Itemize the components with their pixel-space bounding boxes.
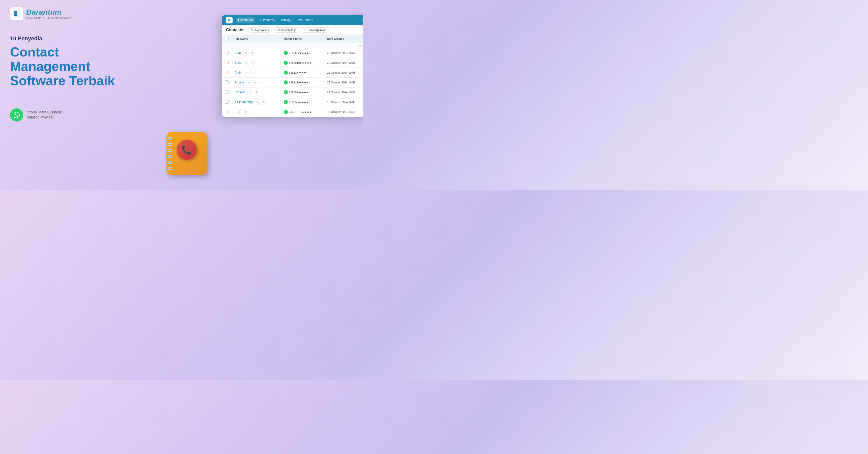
row-3-name-cell: Andri ✎ 👁	[231, 68, 281, 78]
edit-icon-1[interactable]: ✎	[243, 50, 248, 56]
row-7-name-cell: ✎ 👁	[231, 107, 281, 117]
edit-icon-4[interactable]: ✎	[246, 80, 251, 85]
nav-customers[interactable]: Customers ▾	[256, 18, 277, 23]
phone-4: 628111●●●●●●	[289, 81, 309, 84]
everyone-filter[interactable]: 🔍 Everyone ▾	[248, 27, 272, 33]
search-tags-button[interactable]: 🏷 Search Tags	[274, 28, 299, 33]
filter-checkbox-col	[222, 43, 231, 48]
row-6-phone-cell: ✓ 628950●●●●●●	[281, 97, 324, 107]
table-row: Amalia ✎ 👁 ✓ 628111●●●●●● 2	[222, 78, 363, 88]
edit-icon-6[interactable]: ✎	[254, 99, 260, 105]
row-5-date: 22 October 2024 10:58	[324, 88, 363, 97]
row-5-phone-cell: ✓ 628569●●●●●●	[281, 88, 324, 97]
right-section: 📞 B Dashboard Customers ▾ Activity ▾ Pre…	[131, 0, 363, 190]
crm-window: B Dashboard Customers ▾ Activity ▾ Pre-S…	[222, 15, 363, 117]
presales-chevron: ▾	[312, 19, 313, 22]
view-icon-1[interactable]: 👁	[249, 50, 255, 56]
table-row: Andri ✎ 👁 ✓ 62811●●●●●● 22	[222, 68, 363, 78]
row-checkbox-3	[222, 68, 231, 78]
row-checkbox-4	[222, 78, 231, 88]
row-checkbox-6	[222, 97, 231, 107]
view-icon-5[interactable]: 👁	[254, 90, 259, 95]
row-2-checkbox[interactable]	[225, 61, 228, 64]
contact-name-andri[interactable]: Andri	[235, 71, 242, 74]
view-icon-7[interactable]: 👁	[243, 109, 249, 115]
ring-4	[168, 155, 172, 158]
contact-name-seno[interactable]: Seno	[235, 61, 242, 65]
contact-name-arya[interactable]: Arya	[235, 51, 241, 55]
row-6-checkbox[interactable]	[225, 100, 228, 104]
select-all-checkbox[interactable]	[225, 37, 228, 40]
show-approval-label: Show Approval	[308, 29, 326, 32]
filter-chevron: ▾	[268, 29, 269, 31]
edit-icon-3[interactable]: ✎	[244, 70, 249, 75]
table-row: Seno ✎ 👁 ✓ 62858101●●●●●● 2	[222, 58, 363, 68]
row-checkbox-2	[222, 58, 231, 68]
view-icon-2[interactable]: 👁	[250, 60, 256, 66]
phone-7: 21321312●●●●●●	[289, 110, 312, 114]
table-row: ✎ 👁 ✓ 21321312●●●●●● 17 October 2024 08:…	[222, 107, 363, 117]
row-4-name-cell: Amalia ✎ 👁	[231, 78, 281, 88]
contact-name-amalia[interactable]: Amalia	[235, 81, 244, 84]
view-icon-6[interactable]: 👁	[261, 99, 267, 105]
row-6-date: 18 October 2024 16:33	[324, 97, 363, 107]
action-icons-4: ✎ 👁	[246, 80, 258, 85]
ring-6	[168, 167, 172, 170]
action-icons-3: ✎ 👁	[244, 70, 256, 75]
row-2-date: 22 October 2024 10:58	[324, 58, 363, 68]
phonebook-body: 📞	[166, 132, 207, 175]
logo-icon	[10, 7, 23, 20]
row-1-checkbox[interactable]	[225, 51, 228, 55]
action-icons-2: ✎ 👁	[244, 60, 256, 66]
view-icon-3[interactable]: 👁	[250, 70, 256, 75]
edit-icon-7[interactable]: ✎	[237, 109, 242, 115]
wa-icon-7: ✓	[284, 110, 288, 114]
nav-activity[interactable]: Activity ▾	[279, 18, 294, 23]
row-5-checkbox[interactable]	[225, 90, 228, 94]
brand-sub: CRM, Chats, & Call Center Software	[26, 17, 71, 20]
edit-icon-2[interactable]: ✎	[244, 60, 249, 66]
th-date-created[interactable]: Date Created ↑	[324, 35, 363, 43]
whatsapp-icon	[10, 108, 23, 122]
tagline-line1: Contact Management	[10, 44, 90, 74]
wa-icon-3: ✓	[284, 71, 288, 75]
tagline-big: Contact Management Software Terbaik	[10, 45, 141, 88]
table-header-row: Full Name Mobile Phone Date Created ↑	[222, 35, 363, 43]
row-1-date: 22 October 2024 10:58	[324, 48, 363, 58]
contact-name-situmorang[interactable]: a Situmorang	[235, 100, 252, 104]
crm-toolbar: Contacts 🔍 Everyone ▾ 🏷 Search Tags ✓ Sh…	[222, 25, 363, 35]
action-icons-1: ✎ 👁	[243, 50, 255, 56]
action-icons-7: ✎ 👁	[237, 109, 249, 115]
row-4-checkbox[interactable]	[225, 80, 228, 84]
logo-text: Barantum CRM, Chats, & Call Center Softw…	[26, 8, 71, 20]
th-checkbox	[222, 35, 231, 43]
ring-3	[168, 149, 172, 152]
nav-dashboard[interactable]: Dashboard	[236, 18, 255, 23]
nav-logo: B	[226, 17, 232, 24]
row-6-name-cell: a Situmorang ✎ 👁	[231, 97, 281, 107]
phone-3: 62811●●●●●●	[289, 71, 307, 74]
brand-name: Barantum	[26, 8, 71, 17]
logo-area: Barantum CRM, Chats, & Call Center Softw…	[10, 7, 141, 20]
wa-icon-5: ✓	[284, 90, 288, 94]
ring-1	[168, 137, 172, 140]
row-1-name-cell: Arya ✎ 👁	[231, 48, 281, 58]
filter-funnel-icon: ⊟	[359, 44, 361, 47]
left-section: Barantum CRM, Chats, & Call Center Softw…	[0, 0, 151, 190]
view-icon-4[interactable]: 👁	[252, 80, 258, 85]
table-row: a Situmorang ✎ 👁 ✓ 628950●●●●●●	[222, 97, 363, 107]
ring-2	[168, 143, 172, 146]
edit-icon-5[interactable]: ✎	[247, 90, 253, 95]
phone-5: 628569●●●●●●	[289, 91, 309, 94]
nav-presales[interactable]: Pre-Sales ▾	[296, 18, 315, 23]
row-3-checkbox[interactable]	[225, 71, 228, 74]
activity-chevron: ▾	[291, 19, 292, 22]
contact-name-rahmat[interactable]: Rahmat	[235, 91, 245, 94]
hamburger-menu[interactable]: ≡	[362, 18, 363, 23]
row-7-checkbox[interactable]	[225, 110, 228, 114]
row-1-phone-cell: ✓ 6289662●●●●●●	[281, 48, 324, 58]
row-2-phone-cell: ✓ 62858101●●●●●●	[281, 58, 324, 68]
customers-chevron: ▾	[274, 19, 275, 22]
phone-2: 62858101●●●●●●	[289, 61, 312, 64]
show-approval-button[interactable]: ✓ Show Approval	[302, 27, 329, 33]
